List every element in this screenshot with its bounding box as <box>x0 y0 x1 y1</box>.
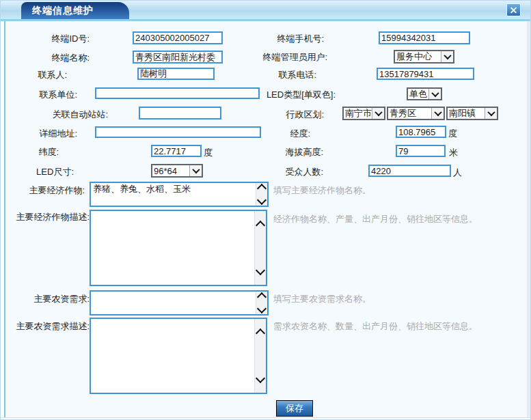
title-bar: 终端信息维护 <box>1 1 531 21</box>
terminal-admin-value: 服务中心 <box>395 51 441 62</box>
main-crops-label: 主要经济作物: <box>0 184 85 197</box>
admin-division-district-select[interactable]: 青秀区 <box>387 107 445 120</box>
led-type-select[interactable]: 单色 <box>407 87 442 100</box>
main-crops-desc-scrollbar[interactable] <box>254 211 266 285</box>
terminal-phone-input[interactable] <box>379 31 470 44</box>
terminal-phone-label: 终端手机号: <box>187 33 324 45</box>
chevron-down-icon <box>431 89 439 96</box>
scroll-up-icon[interactable] <box>256 328 265 338</box>
main-crops-scrollbar[interactable] <box>256 183 267 206</box>
terminal-info-dialog: 终端信息维护 终端ID号: 终端手机号: 终端名称: 终端管理员用户: 服务中心… <box>0 0 531 420</box>
chevron-down-icon <box>375 109 382 116</box>
longitude-unit: 度 <box>448 128 457 140</box>
title-tab: 终端信息维护 <box>21 2 129 19</box>
address-label: 详细地址: <box>0 128 77 140</box>
altitude-input[interactable] <box>396 145 446 157</box>
agri-needs-hint: 填写主要农资需求名称。 <box>273 293 371 305</box>
panel-right-edge <box>527 21 531 417</box>
agri-needs-label: 主要农资需求: <box>0 293 90 305</box>
agri-needs-desc-scrollbar[interactable] <box>254 319 266 393</box>
scroll-down-icon[interactable] <box>256 266 265 275</box>
admin-division-label: 行政区划: <box>187 109 324 121</box>
latitude-label: 纬度: <box>0 146 59 158</box>
longitude-input[interactable] <box>396 126 446 138</box>
chevron-down-icon <box>434 109 441 116</box>
terminal-id-label: 终端ID号: <box>0 33 90 45</box>
led-size-value: 96*64 <box>152 165 189 176</box>
audience-input[interactable] <box>368 165 451 177</box>
close-button[interactable] <box>506 3 521 16</box>
chevron-down-icon <box>487 109 495 116</box>
chevron-down-icon <box>444 52 451 59</box>
main-crops-desc-label: 主要经济作物描述: <box>0 211 90 223</box>
agri-needs-desc-hint: 需求农资名称、数量、出产月份、销往地区等信息。 <box>273 320 478 333</box>
city-value: 南宁市 <box>344 108 372 119</box>
admin-division-town-select[interactable]: 南阳镇 <box>446 107 498 120</box>
agri-needs-textarea[interactable] <box>90 290 269 316</box>
longitude-label: 经度: <box>174 128 310 140</box>
auto-station-label: 关联自动站站: <box>0 109 108 121</box>
agri-needs-desc-label: 主要农资需求描述: <box>0 320 90 333</box>
scroll-down-icon[interactable] <box>256 374 265 383</box>
terminal-admin-select[interactable]: 服务中心 <box>394 50 454 64</box>
scroll-up-icon[interactable] <box>256 221 265 230</box>
admin-division-city-select[interactable]: 南宁市 <box>342 107 385 120</box>
window-title: 终端信息维护 <box>32 5 94 17</box>
altitude-label: 海拔高度: <box>187 146 323 158</box>
scroll-down-icon[interactable] <box>257 304 267 313</box>
terminal-admin-label: 终端管理员用户: <box>191 51 327 64</box>
led-type-value: 单色 <box>408 89 428 99</box>
scroll-down-icon[interactable] <box>257 195 267 205</box>
contact-phone-label: 联系电话: <box>180 69 316 81</box>
scroll-up-icon[interactable] <box>257 184 267 193</box>
town-value: 南阳镇 <box>448 108 485 119</box>
contact-phone-input[interactable] <box>377 68 474 80</box>
contact-unit-label: 联系单位: <box>0 89 77 101</box>
led-type-label: LED类型[单双色]: <box>199 89 336 101</box>
audience-label: 受众人数: <box>187 166 323 178</box>
main-crops-textarea[interactable]: 养猪、养兔、水稻、玉米 <box>90 182 269 207</box>
save-button[interactable]: 保存 <box>276 400 313 417</box>
altitude-unit: 米 <box>449 147 458 159</box>
contact-label: 联系人: <box>0 69 67 81</box>
audience-unit: 人 <box>453 167 462 179</box>
main-crops-desc-hint: 经济作物名称、产量、出产月份、销往地区等信息。 <box>273 213 478 225</box>
main-crops-desc-textarea[interactable] <box>90 210 267 286</box>
agri-needs-desc-textarea[interactable] <box>90 318 267 394</box>
district-value: 青秀区 <box>388 108 431 119</box>
scroll-up-icon[interactable] <box>257 292 267 302</box>
main-crops-hint: 填写主要经济作物名称。 <box>273 184 371 197</box>
agri-needs-scrollbar[interactable] <box>256 292 267 314</box>
led-size-label: LED尺寸: <box>0 166 74 178</box>
terminal-name-label: 终端名称: <box>0 52 90 64</box>
panel-bottom-edge <box>1 417 531 420</box>
